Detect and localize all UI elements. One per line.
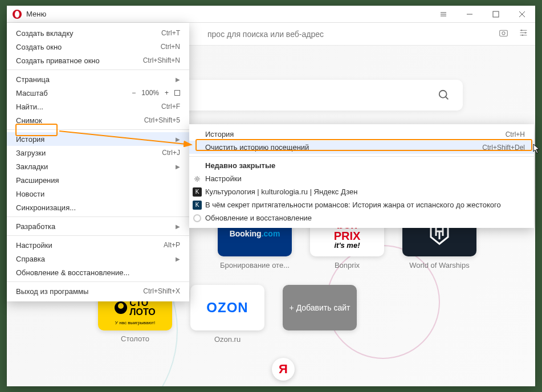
maximize-button[interactable] bbox=[483, 6, 509, 23]
tile-label: Bonprix bbox=[310, 261, 384, 270]
workspace-icon[interactable] bbox=[430, 6, 457, 23]
recent-item-2[interactable]: KВ чём секрет притягательности романсов:… bbox=[189, 198, 534, 211]
recent-item-1[interactable]: KКультурология | kulturologia.ru | Яндек… bbox=[189, 185, 534, 198]
submenu-recent-heading: Недавно закрытые bbox=[189, 159, 534, 172]
tile-label: World of Warships bbox=[402, 261, 476, 270]
svg-point-2 bbox=[502, 32, 505, 35]
search-icon[interactable] bbox=[438, 89, 450, 101]
main-menu: Создать вкладкуCtrl+TСоздать окноCtrl+NС… bbox=[7, 23, 189, 301]
recent-item-0[interactable]: Настройки bbox=[189, 172, 534, 185]
minimize-button[interactable] bbox=[457, 6, 483, 23]
easy-setup-icon[interactable] bbox=[519, 28, 528, 40]
submenu-clear-history[interactable]: Очистить историю посещений Ctrl+Shift+De… bbox=[189, 141, 534, 154]
stoloto-tagline: У нас выигрывают! bbox=[98, 320, 172, 325]
menu-item-12[interactable]: Расширения bbox=[7, 173, 189, 187]
svg-rect-0 bbox=[493, 11, 499, 17]
tile-add-site[interactable]: + Добавить сайт bbox=[283, 285, 357, 344]
menu-item-2[interactable]: Создать приватное окноCtrl+Shift+N bbox=[7, 54, 189, 67]
svg-point-4 bbox=[525, 32, 527, 34]
submenu-history[interactable]: История Ctrl+H bbox=[189, 128, 534, 141]
menu-item-20[interactable]: Обновление & восстановление... bbox=[7, 266, 189, 279]
menu-item-9[interactable]: История▶ bbox=[7, 132, 189, 146]
svg-point-6 bbox=[439, 91, 447, 98]
menu-item-18[interactable]: НастройкиAlt+P bbox=[7, 238, 189, 252]
menu-item-14[interactable]: Синхронизация... bbox=[7, 201, 189, 214]
titlebar: Меню bbox=[7, 6, 535, 23]
yandex-button[interactable]: Я bbox=[272, 358, 295, 381]
menu-item-10[interactable]: ЗагрузкиCtrl+J bbox=[7, 146, 189, 160]
window-controls bbox=[430, 6, 535, 23]
menu-item-4[interactable]: Страница▶ bbox=[7, 72, 189, 86]
tile-label: Бронирование оте... bbox=[218, 261, 292, 270]
menu-item-19[interactable]: Справка▶ bbox=[7, 252, 189, 266]
menu-button[interactable]: Меню bbox=[26, 10, 46, 18]
mouse-cursor-icon bbox=[533, 144, 541, 154]
close-button[interactable] bbox=[509, 6, 535, 23]
tile-label: Столото bbox=[98, 334, 172, 343]
tile-label: Ozon.ru bbox=[190, 335, 264, 344]
menu-item-16[interactable]: Разработка▶ bbox=[7, 219, 189, 233]
svg-point-3 bbox=[521, 30, 523, 31]
menu-item-6[interactable]: Найти...Ctrl+F bbox=[7, 100, 189, 113]
history-submenu: История Ctrl+H Очистить историю посещени… bbox=[189, 124, 534, 228]
tile-ozon[interactable]: OZON Ozon.ru bbox=[190, 285, 264, 344]
svg-point-7 bbox=[196, 178, 198, 180]
menu-item-13[interactable]: Новости bbox=[7, 187, 189, 201]
recent-item-3[interactable]: Обновление и восстановление bbox=[189, 211, 534, 224]
menu-item-11[interactable]: Закладки▶ bbox=[7, 160, 189, 173]
svg-rect-1 bbox=[500, 30, 508, 36]
menu-item-1[interactable]: Создать окноCtrl+N bbox=[7, 40, 189, 54]
menu-item-22[interactable]: Выход из программыCtrl+Shift+X bbox=[7, 284, 189, 298]
menu-item-5[interactable]: Масштаб−100%+ bbox=[7, 86, 189, 100]
snapshot-icon[interactable] bbox=[499, 28, 508, 40]
menu-item-0[interactable]: Создать вкладкуCtrl+T bbox=[7, 26, 189, 40]
menu-item-7[interactable]: СнимокCtrl+Shift+5 bbox=[7, 113, 189, 127]
opera-icon[interactable] bbox=[13, 10, 22, 19]
address-input[interactable] bbox=[207, 30, 499, 39]
svg-point-5 bbox=[522, 34, 524, 36]
